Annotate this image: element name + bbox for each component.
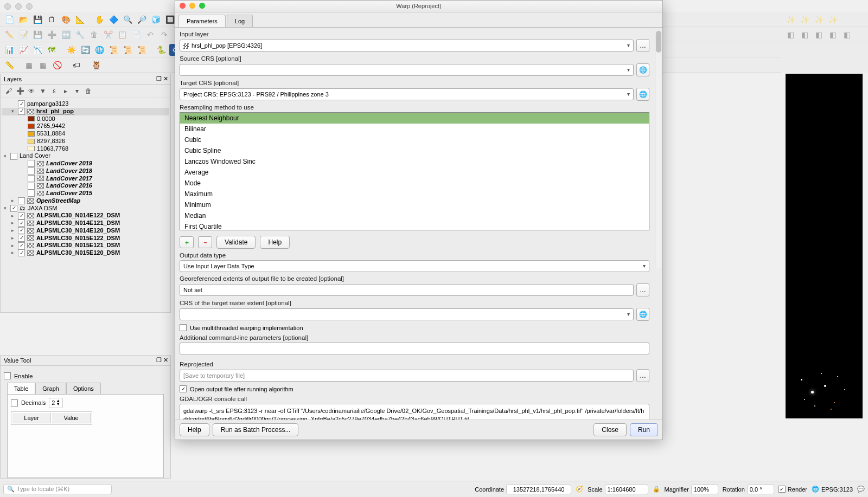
tree-row[interactable]: ▸OpenStreetMap xyxy=(2,197,169,205)
dialog-tabs[interactable]: Parameters Log xyxy=(175,12,662,28)
pan-icon[interactable]: ✋ xyxy=(93,14,105,25)
script1-icon[interactable]: 📜 xyxy=(107,44,119,56)
rotation-value[interactable]: 0,0 ° xyxy=(747,485,774,494)
map-canvas[interactable] xyxy=(786,74,863,418)
source-crs-select-button[interactable]: 🌐 xyxy=(636,63,649,76)
redo-icon[interactable]: ↷ xyxy=(158,29,170,41)
georef-extent-field[interactable]: Not set xyxy=(180,284,634,296)
layer-expand-icon[interactable]: ▸ xyxy=(61,86,71,96)
spinner-icon[interactable]: ▲▼ xyxy=(56,399,60,406)
close-icon[interactable] xyxy=(180,3,186,9)
minimize-icon[interactable] xyxy=(189,3,195,9)
layer-checkbox[interactable] xyxy=(28,160,35,167)
measure-icon[interactable]: 📏 xyxy=(3,59,15,71)
resampling-option[interactable]: Maximum xyxy=(180,189,649,199)
copy-icon[interactable]: 📋 xyxy=(116,29,128,41)
resampling-option[interactable]: Cubic Spline xyxy=(180,145,649,156)
move-icon[interactable]: ↔️ xyxy=(60,29,72,41)
tab-options[interactable]: Options xyxy=(66,383,101,394)
messages-icon[interactable]: 💬 xyxy=(857,486,865,493)
script2-icon[interactable]: 📜 xyxy=(122,44,133,56)
tab-table[interactable]: Table xyxy=(7,383,35,394)
tb-r3-icon[interactable]: ✨ xyxy=(813,14,825,25)
resampling-option[interactable]: Cubic xyxy=(180,134,649,145)
raster-calc-icon[interactable]: 📊 xyxy=(3,44,15,56)
layer-checkbox[interactable] xyxy=(18,249,25,256)
target-crs-combo[interactable]: Project CRS: EPSG:3123 - PRS92 / Philipp… xyxy=(180,88,634,100)
pan-selection-icon[interactable]: 🔷 xyxy=(107,14,119,25)
undo-icon[interactable]: ↶ xyxy=(144,29,156,41)
tab-log[interactable]: Log xyxy=(227,15,253,27)
render-checkbox[interactable] xyxy=(778,486,786,493)
edit-icon[interactable]: ✏️ xyxy=(3,29,15,41)
paste-icon[interactable]: 📄 xyxy=(130,29,142,41)
tb-r6-icon[interactable]: ◧ xyxy=(799,29,810,41)
zoom-in-icon[interactable]: 🔍 xyxy=(122,14,133,25)
open-icon[interactable]: 📂 xyxy=(17,14,29,25)
maximize-icon[interactable] xyxy=(26,3,33,10)
dialog-titlebar[interactable]: Warp (Reproject) xyxy=(175,1,662,12)
multithread-checkbox[interactable] xyxy=(180,324,187,331)
tree-row[interactable]: LandCover 2019 xyxy=(2,160,169,167)
output-type-combo[interactable]: Use Input Layer Data Type xyxy=(180,260,649,272)
console-output[interactable]: gdalwarp -t_srs EPSG:3123 -r near -of GT… xyxy=(180,404,649,419)
magnifier-value[interactable]: 100% xyxy=(691,485,718,494)
tb-r9-icon[interactable]: ◧ xyxy=(841,29,853,41)
tree-row[interactable]: ▸ALPSMLC30_N014E122_DSM xyxy=(2,212,169,220)
new-layout-icon[interactable]: 🗒 xyxy=(46,14,58,25)
panel-detach-icon[interactable]: ❐ xyxy=(156,75,162,82)
tree-row[interactable]: 8297,8326 xyxy=(2,138,169,145)
extent-icon[interactable]: 🧭 xyxy=(576,486,583,493)
layer-style-icon[interactable]: 🖌 xyxy=(4,86,14,96)
tb-r2-icon[interactable]: ✨ xyxy=(799,14,810,25)
crs-extent-combo[interactable] xyxy=(180,308,634,320)
deselect-icon[interactable]: 🚫 xyxy=(51,59,63,71)
raster-align-icon[interactable]: 📈 xyxy=(17,44,29,56)
input-browse-button[interactable]: … xyxy=(636,39,649,52)
open-output-checkbox[interactable] xyxy=(180,385,187,392)
style-mgr-icon[interactable]: 🎨 xyxy=(60,14,72,25)
save-icon[interactable]: 💾 xyxy=(31,14,43,25)
lock-icon[interactable]: 🔒 xyxy=(653,486,660,493)
value-tabs[interactable]: Table Graph Options xyxy=(7,383,164,394)
layer-checkbox[interactable] xyxy=(28,183,35,190)
layer-add-group-icon[interactable]: ➕ xyxy=(15,86,25,96)
tree-row[interactable]: LandCover 2016 xyxy=(2,182,169,190)
panel-detach-icon[interactable]: ❐ xyxy=(156,357,162,364)
resampling-option[interactable]: Mode xyxy=(180,178,649,189)
run-button[interactable]: Run xyxy=(630,423,658,436)
coord-value[interactable]: 13527218,1765440 xyxy=(506,485,571,494)
layer-checkbox[interactable] xyxy=(28,175,35,182)
new-project-icon[interactable]: 📄 xyxy=(3,14,15,25)
tree-row[interactable]: LandCover 2015 xyxy=(2,190,169,197)
select2-icon[interactable]: ▦ xyxy=(37,59,49,71)
enable-checkbox[interactable] xyxy=(4,372,11,379)
resampling-option[interactable]: Bilinear xyxy=(180,124,649,134)
main-window-controls[interactable] xyxy=(4,3,33,10)
minimize-icon[interactable] xyxy=(15,3,22,10)
scale-value[interactable]: 1:1604680 xyxy=(605,485,648,494)
scrollbar[interactable] xyxy=(655,31,661,268)
tree-row[interactable]: ▾🗂JAXA DSM xyxy=(2,205,169,212)
layer-checkbox[interactable] xyxy=(18,108,25,115)
layer-tree[interactable]: pampanga3123▾hrsl_phl_pop0,00002765,9442… xyxy=(1,98,170,259)
tree-row[interactable]: ▸ALPSMLC30_N014E121_DSM xyxy=(2,220,169,227)
panel-close-icon[interactable]: ✕ xyxy=(163,357,168,364)
layer-remove-icon[interactable]: 🗑 xyxy=(84,86,93,96)
save-edits-icon[interactable]: 💾 xyxy=(31,29,43,41)
panel-close-icon[interactable]: ✕ xyxy=(163,75,168,82)
script3-icon[interactable]: 📜 xyxy=(136,44,148,56)
tree-row[interactable]: ▾hrsl_phl_pop xyxy=(2,108,169,115)
layer-visibility-icon[interactable]: 👁 xyxy=(27,86,36,96)
layer-checkbox[interactable] xyxy=(18,242,25,249)
locator-search[interactable]: 🔍 Type to locate (⌘K) xyxy=(3,484,112,494)
python-icon[interactable]: 🐍 xyxy=(155,44,167,56)
tb-r7-icon[interactable]: ◧ xyxy=(813,29,825,41)
tb-r1-icon[interactable]: ✨ xyxy=(784,14,796,25)
zoom-full-icon[interactable]: 🔲 xyxy=(164,14,176,25)
layer-checkbox[interactable] xyxy=(28,190,35,197)
tree-row[interactable]: ▸ALPSMLC30_N014E120_DSM xyxy=(2,227,169,235)
node-icon[interactable]: 🔧 xyxy=(74,29,86,41)
tb-r5-icon[interactable]: ◧ xyxy=(784,29,796,41)
world-icon[interactable]: 🌐 xyxy=(93,44,105,56)
